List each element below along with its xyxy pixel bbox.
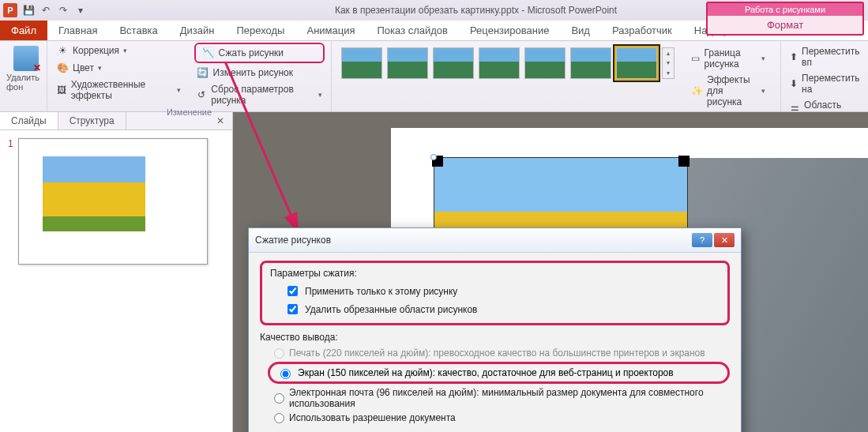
transitions-tab[interactable]: Переходы [225, 21, 295, 40]
slide-thumb-1[interactable] [18, 138, 208, 265]
save-icon[interactable]: 💾 [22, 4, 35, 17]
slide-pane: Слайды Структура ✕ 1 [0, 112, 233, 432]
style-thumb[interactable] [387, 47, 428, 79]
undo-icon[interactable]: ↶ [39, 4, 52, 17]
style-thumb[interactable] [433, 47, 474, 79]
send-backward-icon: ⬇ [790, 77, 798, 90]
apply-only-this-input[interactable] [287, 286, 298, 296]
border-icon: ▭ [691, 52, 701, 65]
bring-forward-icon: ⬆ [790, 51, 798, 63]
dialog-titlebar[interactable]: Сжатие рисунков ? ✕ [249, 228, 741, 253]
file-tab[interactable]: Файл [0, 21, 47, 40]
slide-number: 1 [8, 138, 13, 265]
quality-email-input[interactable] [274, 393, 284, 404]
redo-icon[interactable]: ↷ [57, 4, 70, 17]
slideshow-tab[interactable]: Показ слайдов [366, 21, 460, 40]
remove-background-button[interactable]: Удалить фон [6, 43, 46, 92]
artistic-icon: 🖼 [56, 84, 67, 96]
quality-email-radio[interactable]: Электронная почта (96 пикселей на дюйм):… [260, 385, 730, 411]
compression-options-highlight: Параметры сжатия: Применить только к это… [260, 261, 730, 325]
picture-tools-contextual: Работа с рисунками Формат [706, 2, 864, 36]
dialog-help-button[interactable]: ? [692, 233, 712, 247]
picture-styles-gallery[interactable]: ▴▾▾ [338, 43, 678, 90]
reset-icon: ↺ [197, 88, 208, 101]
output-quality-label: Качество вывода: [260, 332, 730, 343]
style-thumb-selected[interactable] [616, 47, 657, 79]
developer-tab[interactable]: Разработчик [601, 21, 683, 40]
style-thumb[interactable] [341, 47, 382, 79]
dialog-title: Сжатие рисунков [255, 235, 690, 246]
style-thumb[interactable] [570, 47, 611, 79]
compress-pictures-dialog: Сжатие рисунков ? ✕ Параметры сжатия: Пр… [248, 227, 742, 432]
change-picture-icon: 🔄 [197, 66, 209, 79]
insert-tab[interactable]: Вставка [108, 21, 168, 40]
style-thumb[interactable] [524, 47, 566, 79]
remove-background-icon [13, 46, 39, 71]
quality-print-input [274, 348, 284, 359]
crop-handle-tr[interactable] [678, 156, 690, 167]
home-tab[interactable]: Главная [47, 21, 108, 40]
picture-border-button[interactable]: ▭Граница рисунка [689, 46, 768, 71]
reset-picture-button[interactable]: ↺Сброс параметров рисунка [194, 82, 325, 107]
quality-screen-highlight[interactable]: Экран (150 пикселей на дюйм): качество, … [268, 362, 730, 384]
format-tab[interactable]: Формат [706, 16, 864, 36]
send-backward-button[interactable]: ⬇Переместить на [787, 71, 862, 96]
effects-icon: ✨ [691, 85, 703, 97]
quick-access-toolbar: 💾 ↶ ↷ ▾ [22, 4, 87, 17]
picture-effects-button[interactable]: ✨Эффекты для рисунка [689, 73, 768, 109]
ribbon: Удалить фон ☀Коррекция 🎨Цвет 🖼Художестве… [0, 41, 868, 112]
app-icon: P [3, 3, 17, 17]
style-thumb[interactable] [479, 47, 520, 79]
compression-options-label: Параметры сжатия: [270, 268, 720, 279]
dialog-close-button[interactable]: ✕ [714, 233, 735, 247]
quality-print-radio: Печать (220 пикселей на дюйм): превосход… [260, 346, 730, 360]
review-tab[interactable]: Рецензирование [459, 21, 560, 40]
color-button[interactable]: 🎨Цвет [54, 60, 183, 76]
design-tab[interactable]: Дизайн [169, 21, 226, 40]
quality-document-radio[interactable]: Использовать разрешение документа [260, 411, 730, 425]
delete-cropped-input[interactable] [287, 304, 298, 314]
selection-handle[interactable] [430, 154, 437, 160]
delete-cropped-checkbox[interactable]: Удалить обрезанные области рисунков [270, 300, 720, 318]
color-icon: 🎨 [56, 62, 69, 74]
more-styles-button[interactable]: ▴▾▾ [662, 47, 674, 79]
change-picture-button[interactable]: 🔄Изменить рисунок [194, 65, 325, 81]
quality-document-input[interactable] [274, 413, 284, 423]
quality-screen-input[interactable] [280, 369, 291, 379]
apply-only-this-checkbox[interactable]: Применить только к этому рисунку [270, 282, 720, 300]
corrections-button[interactable]: ☀Коррекция [54, 43, 183, 58]
corrections-icon: ☀ [56, 44, 69, 57]
artistic-effects-button[interactable]: 🖼Художественные эффекты [54, 77, 183, 103]
bring-forward-button[interactable]: ⬆Переместить вп [787, 44, 862, 69]
picture-tools-label: Работа с рисунками [706, 2, 864, 16]
compress-pictures-button[interactable]: 📉Сжать рисунки [194, 43, 325, 63]
view-tab[interactable]: Вид [560, 21, 601, 40]
animations-tab[interactable]: Анимация [295, 21, 366, 40]
compress-icon: 📉 [202, 47, 215, 59]
qat-more-icon[interactable]: ▾ [74, 4, 87, 17]
slide-thumb-image [43, 156, 145, 231]
slides-pane-tab[interactable]: Слайды [0, 112, 58, 130]
